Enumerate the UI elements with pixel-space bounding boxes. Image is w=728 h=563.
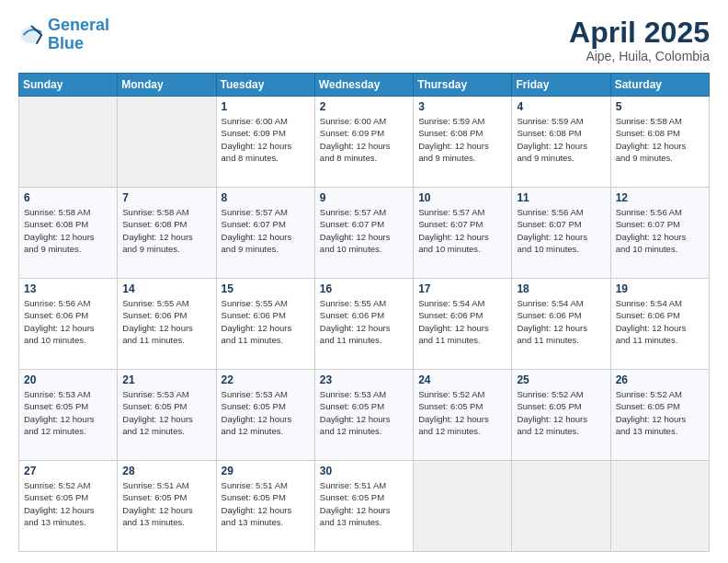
calendar-cell: 7Sunrise: 5:58 AM Sunset: 6:08 PM Daylig… xyxy=(118,188,216,279)
logo: General Blue xyxy=(18,17,109,53)
logo-text: General Blue xyxy=(48,17,109,53)
day-number: 28 xyxy=(122,465,210,477)
day-info: Sunrise: 5:54 AM Sunset: 6:06 PM Dayligh… xyxy=(616,297,704,346)
calendar-day-header: Sunday xyxy=(19,74,118,97)
day-number: 23 xyxy=(320,373,408,386)
day-number: 19 xyxy=(616,282,704,295)
calendar-cell: 4Sunrise: 5:59 AM Sunset: 6:08 PM Daylig… xyxy=(512,97,610,188)
calendar-day-header: Friday xyxy=(512,74,610,97)
day-info: Sunrise: 5:52 AM Sunset: 6:05 PM Dayligh… xyxy=(24,479,112,528)
calendar-week-row: 13Sunrise: 5:56 AM Sunset: 6:06 PM Dayli… xyxy=(19,279,710,370)
day-number: 21 xyxy=(122,373,210,386)
calendar-cell: 16Sunrise: 5:55 AM Sunset: 6:06 PM Dayli… xyxy=(314,279,413,370)
calendar-cell: 24Sunrise: 5:52 AM Sunset: 6:05 PM Dayli… xyxy=(414,370,512,461)
day-number: 26 xyxy=(616,373,704,386)
day-number: 11 xyxy=(517,191,605,204)
calendar-cell: 6Sunrise: 5:58 AM Sunset: 6:08 PM Daylig… xyxy=(19,188,118,279)
day-info: Sunrise: 6:00 AM Sunset: 6:09 PM Dayligh… xyxy=(320,115,408,164)
calendar-cell: 10Sunrise: 5:57 AM Sunset: 6:07 PM Dayli… xyxy=(414,188,512,279)
day-info: Sunrise: 5:55 AM Sunset: 6:06 PM Dayligh… xyxy=(222,297,310,346)
calendar-week-row: 27Sunrise: 5:52 AM Sunset: 6:05 PM Dayli… xyxy=(19,461,710,552)
header: General Blue April 2025 Aipe, Huila, Col… xyxy=(18,17,710,63)
day-number: 3 xyxy=(418,100,506,113)
calendar-cell: 22Sunrise: 5:53 AM Sunset: 6:05 PM Dayli… xyxy=(216,370,314,461)
day-number: 24 xyxy=(418,373,506,386)
calendar-cell: 1Sunrise: 6:00 AM Sunset: 6:09 PM Daylig… xyxy=(216,97,314,188)
day-number: 20 xyxy=(24,373,112,386)
day-number: 9 xyxy=(320,191,408,204)
day-info: Sunrise: 5:59 AM Sunset: 6:08 PM Dayligh… xyxy=(517,115,605,164)
day-number: 16 xyxy=(320,282,408,295)
day-number: 25 xyxy=(517,373,605,386)
calendar-cell: 23Sunrise: 5:53 AM Sunset: 6:05 PM Dayli… xyxy=(314,370,413,461)
calendar-day-header: Saturday xyxy=(610,74,709,97)
calendar-cell: 26Sunrise: 5:52 AM Sunset: 6:05 PM Dayli… xyxy=(610,370,709,461)
day-number: 29 xyxy=(222,465,310,477)
day-number: 30 xyxy=(320,465,408,477)
day-number: 13 xyxy=(24,282,112,295)
day-info: Sunrise: 5:57 AM Sunset: 6:07 PM Dayligh… xyxy=(418,206,506,255)
day-number: 12 xyxy=(616,191,704,204)
calendar-cell xyxy=(610,461,709,552)
calendar-day-header: Monday xyxy=(118,74,216,97)
calendar-cell: 21Sunrise: 5:53 AM Sunset: 6:05 PM Dayli… xyxy=(118,370,216,461)
day-number: 18 xyxy=(517,282,605,295)
calendar-cell: 17Sunrise: 5:54 AM Sunset: 6:06 PM Dayli… xyxy=(414,279,512,370)
calendar-cell: 2Sunrise: 6:00 AM Sunset: 6:09 PM Daylig… xyxy=(314,97,413,188)
calendar-cell: 20Sunrise: 5:53 AM Sunset: 6:05 PM Dayli… xyxy=(19,370,118,461)
calendar-table: SundayMondayTuesdayWednesdayThursdayFrid… xyxy=(18,73,710,552)
calendar-cell: 28Sunrise: 5:51 AM Sunset: 6:05 PM Dayli… xyxy=(118,461,216,552)
calendar-cell: 25Sunrise: 5:52 AM Sunset: 6:05 PM Dayli… xyxy=(512,370,610,461)
calendar-cell: 29Sunrise: 5:51 AM Sunset: 6:05 PM Dayli… xyxy=(216,461,314,552)
calendar-week-row: 1Sunrise: 6:00 AM Sunset: 6:09 PM Daylig… xyxy=(19,97,710,188)
day-number: 22 xyxy=(222,373,310,386)
day-info: Sunrise: 5:54 AM Sunset: 6:06 PM Dayligh… xyxy=(517,297,605,346)
subtitle: Aipe, Huila, Colombia xyxy=(569,49,710,63)
day-number: 10 xyxy=(418,191,506,204)
day-number: 4 xyxy=(517,100,605,113)
calendar-cell xyxy=(19,97,118,188)
calendar-week-row: 6Sunrise: 5:58 AM Sunset: 6:08 PM Daylig… xyxy=(19,188,710,279)
calendar-cell: 3Sunrise: 5:59 AM Sunset: 6:08 PM Daylig… xyxy=(414,97,512,188)
calendar-cell: 15Sunrise: 5:55 AM Sunset: 6:06 PM Dayli… xyxy=(216,279,314,370)
calendar-cell: 8Sunrise: 5:57 AM Sunset: 6:07 PM Daylig… xyxy=(216,188,314,279)
day-number: 2 xyxy=(320,100,408,113)
day-info: Sunrise: 5:59 AM Sunset: 6:08 PM Dayligh… xyxy=(418,115,506,164)
calendar-cell: 9Sunrise: 5:57 AM Sunset: 6:07 PM Daylig… xyxy=(314,188,413,279)
calendar-cell: 30Sunrise: 5:51 AM Sunset: 6:05 PM Dayli… xyxy=(314,461,413,552)
day-info: Sunrise: 5:51 AM Sunset: 6:05 PM Dayligh… xyxy=(122,479,210,528)
calendar-day-header: Thursday xyxy=(414,74,512,97)
calendar-day-header: Wednesday xyxy=(314,74,413,97)
logo-icon xyxy=(18,22,44,48)
page: General Blue April 2025 Aipe, Huila, Col… xyxy=(0,0,728,563)
day-info: Sunrise: 5:53 AM Sunset: 6:05 PM Dayligh… xyxy=(24,388,112,437)
day-info: Sunrise: 5:55 AM Sunset: 6:06 PM Dayligh… xyxy=(320,297,408,346)
calendar-cell: 19Sunrise: 5:54 AM Sunset: 6:06 PM Dayli… xyxy=(610,279,709,370)
calendar-cell xyxy=(512,461,610,552)
calendar-cell: 27Sunrise: 5:52 AM Sunset: 6:05 PM Dayli… xyxy=(19,461,118,552)
calendar-header-row: SundayMondayTuesdayWednesdayThursdayFrid… xyxy=(19,74,710,97)
day-info: Sunrise: 5:51 AM Sunset: 6:05 PM Dayligh… xyxy=(320,479,408,528)
day-number: 1 xyxy=(222,100,310,113)
day-number: 15 xyxy=(222,282,310,295)
day-info: Sunrise: 5:57 AM Sunset: 6:07 PM Dayligh… xyxy=(222,206,310,255)
day-info: Sunrise: 5:51 AM Sunset: 6:05 PM Dayligh… xyxy=(222,479,310,528)
title-block: April 2025 Aipe, Huila, Colombia xyxy=(569,17,710,63)
day-number: 6 xyxy=(24,191,112,204)
calendar-cell: 11Sunrise: 5:56 AM Sunset: 6:07 PM Dayli… xyxy=(512,188,610,279)
calendar-week-row: 20Sunrise: 5:53 AM Sunset: 6:05 PM Dayli… xyxy=(19,370,710,461)
day-info: Sunrise: 5:58 AM Sunset: 6:08 PM Dayligh… xyxy=(616,115,704,164)
calendar-cell: 14Sunrise: 5:55 AM Sunset: 6:06 PM Dayli… xyxy=(118,279,216,370)
day-number: 27 xyxy=(24,465,112,477)
day-info: Sunrise: 5:56 AM Sunset: 6:06 PM Dayligh… xyxy=(24,297,112,346)
calendar-cell xyxy=(118,97,216,188)
day-info: Sunrise: 5:58 AM Sunset: 6:08 PM Dayligh… xyxy=(24,206,112,255)
day-number: 14 xyxy=(122,282,210,295)
day-info: Sunrise: 5:52 AM Sunset: 6:05 PM Dayligh… xyxy=(616,388,704,437)
calendar-cell: 12Sunrise: 5:56 AM Sunset: 6:07 PM Dayli… xyxy=(610,188,709,279)
logo-line2: Blue xyxy=(48,34,84,52)
day-number: 5 xyxy=(616,100,704,113)
day-number: 8 xyxy=(222,191,310,204)
calendar-cell: 18Sunrise: 5:54 AM Sunset: 6:06 PM Dayli… xyxy=(512,279,610,370)
day-info: Sunrise: 5:56 AM Sunset: 6:07 PM Dayligh… xyxy=(616,206,704,255)
